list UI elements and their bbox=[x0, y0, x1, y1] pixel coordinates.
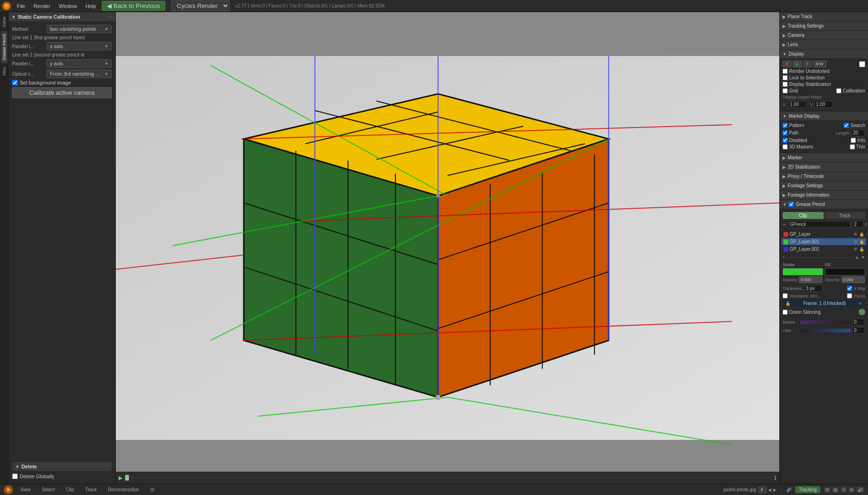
tab-solve[interactable]: Solve bbox=[1, 14, 7, 30]
display-stabilization-checkbox[interactable] bbox=[783, 82, 788, 87]
back-to-previous-button[interactable]: ◀ Back to Previous bbox=[102, 1, 165, 11]
before-slider[interactable] bbox=[800, 320, 851, 324]
pattern-checkbox[interactable] bbox=[783, 123, 788, 128]
tab-grease-pencil[interactable]: Grease Pencil bbox=[1, 31, 7, 64]
view-icon-3[interactable]: ☰ bbox=[840, 487, 847, 493]
method-select[interactable]: two vanishing points ▼ bbox=[47, 25, 112, 33]
gp-layer-2-eye[interactable]: 👁 bbox=[854, 247, 858, 252]
grease-pencil-checkbox[interactable] bbox=[789, 202, 794, 207]
display-r-btn[interactable]: R bbox=[783, 61, 791, 67]
clip-tab[interactable]: Clip bbox=[783, 212, 824, 219]
menu-file[interactable]: File bbox=[13, 2, 29, 10]
footage-settings-header[interactable]: ▶ Footage Settings bbox=[780, 181, 868, 191]
layer-move-up-icon[interactable]: ▲ bbox=[855, 255, 859, 260]
onion-skinning-toggle[interactable] bbox=[859, 309, 865, 315]
fill-color-swatch[interactable] bbox=[825, 268, 866, 276]
svg-line-8 bbox=[448, 144, 585, 176]
track-tab[interactable]: Track bbox=[825, 212, 866, 219]
x-value-field[interactable] bbox=[788, 101, 807, 108]
volumetric-checkbox[interactable] bbox=[783, 293, 788, 298]
view-icon-4[interactable]: ⚙ bbox=[848, 487, 855, 493]
layer-move-down-icon[interactable]: ▼ bbox=[861, 255, 865, 260]
stroke-color-swatch[interactable] bbox=[783, 268, 823, 276]
lens-header[interactable]: ▶ Lens bbox=[780, 40, 868, 50]
menu-render[interactable]: Render bbox=[30, 2, 54, 10]
gp-name-field[interactable] bbox=[788, 221, 851, 228]
calibrate-button[interactable]: Calibrate active camera bbox=[12, 87, 112, 98]
grease-pencil-header[interactable]: ▼ Grease Pencil bbox=[780, 200, 868, 209]
arrow-right-icon: ▶ bbox=[773, 488, 776, 492]
lock-to-selection-checkbox[interactable] bbox=[783, 75, 788, 80]
layer-add-icon[interactable]: + bbox=[783, 255, 785, 260]
path-checkbox[interactable] bbox=[783, 130, 788, 135]
delete-globally-checkbox[interactable] bbox=[12, 474, 18, 479]
gp-number-field[interactable] bbox=[852, 221, 863, 228]
gp-layer-1[interactable]: GP_Layer.001 👁 🔒 bbox=[782, 238, 866, 245]
camera-header[interactable]: ▶ Camera bbox=[780, 31, 868, 40]
display-extra-checkbox[interactable] bbox=[859, 61, 865, 67]
grid-checkbox[interactable] bbox=[783, 88, 788, 93]
set-background-checkbox[interactable] bbox=[12, 80, 18, 85]
status-clip[interactable]: Clip bbox=[62, 486, 78, 493]
display-bw-btn[interactable]: B/W bbox=[813, 61, 826, 67]
xray-checkbox[interactable] bbox=[847, 286, 852, 291]
thin-checkbox[interactable] bbox=[850, 144, 855, 149]
status-reconstruction[interactable]: Reconstruction bbox=[104, 486, 143, 493]
frame-btn[interactable]: F bbox=[758, 487, 767, 493]
view-icon-5[interactable]: 🔊 bbox=[856, 487, 864, 493]
static-camera-panel-header[interactable]: ▼ Static Camera Calibration ··· bbox=[8, 12, 115, 22]
points-checkbox[interactable] bbox=[847, 293, 852, 298]
display-b-btn[interactable]: B bbox=[803, 61, 812, 67]
before-value[interactable] bbox=[852, 318, 865, 325]
gp-layer-0-eye[interactable]: 👁 bbox=[854, 232, 858, 237]
plane-track-header[interactable]: ▶ Plane Track bbox=[780, 12, 868, 21]
render-undistorted-checkbox[interactable] bbox=[783, 69, 788, 74]
gp-layer-0[interactable]: GP_Layer 👁 🔒 bbox=[782, 231, 866, 238]
optical-select[interactable]: From 3rd vanishing ... ▼ bbox=[47, 70, 112, 78]
viewport[interactable]: ▶ 1 bbox=[116, 12, 779, 484]
3dmarkers-checkbox[interactable] bbox=[783, 144, 788, 149]
gp-f-icon[interactable]: F bbox=[865, 222, 868, 227]
panel-options-icon[interactable]: ··· bbox=[108, 14, 113, 20]
gp-layer-2-lock[interactable]: 🔒 bbox=[859, 247, 864, 252]
status-view[interactable]: View bbox=[17, 486, 35, 493]
tab-misc[interactable]: Misc bbox=[1, 64, 7, 78]
menu-window[interactable]: Window bbox=[55, 2, 81, 10]
search-checkbox[interactable] bbox=[844, 123, 849, 128]
axis-2-select[interactable]: y axis ▼ bbox=[47, 59, 112, 68]
gp-layer-1-lock[interactable]: 🔒 bbox=[859, 240, 864, 244]
length-field[interactable] bbox=[851, 129, 865, 136]
y-value-field[interactable] bbox=[814, 101, 833, 108]
after-value[interactable] bbox=[852, 327, 865, 334]
tracking-settings-header[interactable]: ▶ Tracking Settings bbox=[780, 21, 868, 31]
footage-information-header[interactable]: ▶ Footage Information bbox=[780, 191, 868, 200]
fill-opacity-field[interactable] bbox=[841, 276, 865, 283]
view-icon-1[interactable]: ⊞ bbox=[824, 487, 831, 493]
display-g-btn[interactable]: G bbox=[793, 61, 802, 67]
frame-close-icon[interactable]: ✕ bbox=[859, 301, 862, 306]
delete-panel-header[interactable]: ▼ Delete bbox=[12, 462, 112, 472]
status-select[interactable]: Select bbox=[38, 486, 59, 493]
marker-header[interactable]: ▶ Marker bbox=[780, 153, 868, 163]
display-header[interactable]: ▼ Display bbox=[780, 50, 868, 59]
info-checkbox[interactable] bbox=[851, 138, 856, 143]
calibration-checkbox[interactable] bbox=[836, 88, 841, 93]
gp-layer-0-lock[interactable]: 🔒 bbox=[859, 232, 864, 237]
status-track[interactable]: Track bbox=[82, 486, 101, 493]
marker-display-header[interactable]: ▼ Marker Display bbox=[780, 112, 868, 121]
disabled-checkbox[interactable] bbox=[783, 138, 788, 143]
onion-skinning-checkbox[interactable] bbox=[783, 310, 788, 315]
view-icon-2[interactable]: ▤ bbox=[832, 487, 839, 493]
proxy-header[interactable]: ▶ Proxy / Timecode bbox=[780, 172, 868, 181]
stabilization-header[interactable]: ▶ 2D Stabilization bbox=[780, 163, 868, 172]
gp-layer-1-eye[interactable]: 👁 bbox=[854, 240, 858, 244]
render-engine-select[interactable]: Cycles Render bbox=[171, 0, 230, 11]
stroke-opacity-field[interactable] bbox=[799, 276, 822, 283]
gp-layer-2[interactable]: GP_Layer.002 👁 🔒 bbox=[782, 246, 866, 253]
menu-help[interactable]: Help bbox=[82, 2, 100, 10]
after-slider[interactable] bbox=[800, 329, 851, 332]
axis-1-select[interactable]: x axis ▼ bbox=[47, 42, 112, 50]
svg-line-27 bbox=[305, 203, 779, 221]
stroke-block: Stroke Opacity: bbox=[783, 262, 823, 283]
thickness-field[interactable] bbox=[804, 285, 823, 292]
